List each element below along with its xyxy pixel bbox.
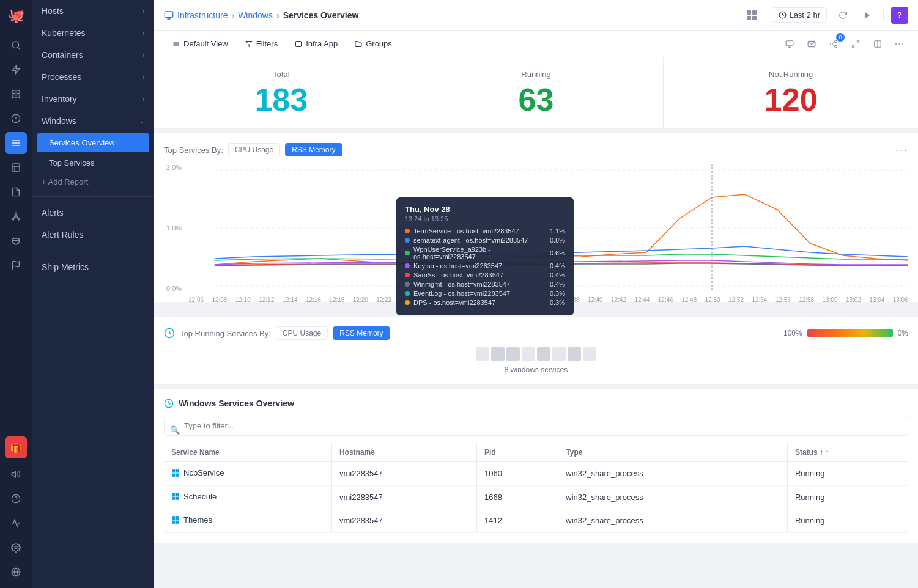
help-circle-icon-btn[interactable] xyxy=(5,488,27,510)
layout-icon-btn[interactable] xyxy=(869,35,886,53)
svg-line-34 xyxy=(832,42,835,43)
sidebar-icon-column: 🐙 🎁 xyxy=(0,0,32,588)
app-logo[interactable]: 🐙 xyxy=(5,5,27,27)
gift-icon-btn[interactable]: 🎁 xyxy=(5,436,27,458)
add-report-btn[interactable]: + Add Report xyxy=(32,172,154,191)
top-services-section: Top Services By: CPU Usage RSS Memory ··… xyxy=(154,133,918,302)
containers-chevron: › xyxy=(143,52,144,59)
inventory-chevron: › xyxy=(143,96,144,103)
col-hostname: Hostname xyxy=(331,443,476,462)
doc-icon-btn[interactable] xyxy=(5,181,27,203)
info-icon-btn[interactable] xyxy=(5,108,27,130)
main-content: Infrastructure › Windows › Services Over… xyxy=(154,0,918,588)
groups-icon xyxy=(355,40,362,48)
play-icon-btn[interactable] xyxy=(859,7,876,24)
sidebar-sub-services-overview[interactable]: Services Overview xyxy=(37,133,149,152)
windows-chevron: ⌄ xyxy=(139,118,144,125)
groups-btn[interactable]: Groups xyxy=(346,35,401,52)
tooltip-service-val: 0.4% xyxy=(550,281,565,288)
running-cpu-tab[interactable]: CPU Usage xyxy=(276,326,328,340)
default-view-icon xyxy=(172,40,180,48)
sidebar-item-hosts[interactable]: Hosts › xyxy=(32,0,154,22)
sidebar-divider-2 xyxy=(32,251,154,251)
tooltip-row: EventLog - os.host=vmi2283547 0.3% xyxy=(405,290,565,297)
tooltip-row: DPS - os.host=vmi2283547 0.3% xyxy=(405,299,565,306)
heat-cell xyxy=(491,347,505,361)
more-options-btn[interactable]: ··· xyxy=(891,35,908,53)
tooltip-dot xyxy=(405,300,410,305)
bug-icon-btn[interactable] xyxy=(5,230,27,252)
table-row[interactable]: Themes vmi2283547 1412 win32_share_proce… xyxy=(164,509,908,533)
breadcrumb-windows[interactable]: Windows xyxy=(238,10,273,20)
toolbar2-left: Default View Filters Infra App Groups xyxy=(164,35,401,52)
breadcrumb-infrastructure[interactable]: Infrastructure xyxy=(177,10,228,20)
topbar-right: Last 2 hr ? xyxy=(747,7,908,24)
table-row[interactable]: Schedule vmi2283547 1668 win32_share_pro… xyxy=(164,485,908,509)
refresh-icon-btn[interactable] xyxy=(834,7,851,24)
heat-cell xyxy=(537,347,550,361)
cpu-usage-tab[interactable]: CPU Usage xyxy=(228,143,280,156)
mail-icon-btn[interactable] xyxy=(803,35,820,53)
tooltip-service-val: 0.4% xyxy=(550,271,565,279)
col-status: Status ↑ ↑ xyxy=(787,443,908,462)
time-range-btn[interactable]: Last 2 hr xyxy=(772,7,827,23)
svg-rect-3 xyxy=(12,95,15,98)
kubernetes-chevron: › xyxy=(143,30,144,37)
tooltip-service-val: 0.4% xyxy=(550,262,565,270)
share-icon-btn[interactable]: 0 xyxy=(825,35,842,53)
sort-icon: ↑ xyxy=(825,448,829,457)
sidebar-item-ship-metrics[interactable]: Ship Metrics xyxy=(32,256,154,278)
globe-icon-btn[interactable] xyxy=(5,561,27,583)
cell-hostname: vmi2283547 xyxy=(331,485,476,509)
nodes-icon-btn[interactable] xyxy=(5,205,27,227)
windows-count: 8 windows services xyxy=(164,366,908,374)
fullscreen-icon-btn[interactable] xyxy=(847,35,864,53)
filters-btn[interactable]: Filters xyxy=(237,35,286,52)
sidebar-item-alerts[interactable]: Alerts xyxy=(32,202,154,224)
chart-options-btn[interactable]: ··· xyxy=(895,144,908,156)
content-area: Total 183 Running 63 Not Running 120 Top… xyxy=(154,57,918,588)
sidebar-item-kubernetes[interactable]: Kubernetes › xyxy=(32,22,154,44)
grid-view-icon[interactable] xyxy=(747,10,757,20)
sidebar-item-inventory[interactable]: Inventory › xyxy=(32,88,154,110)
pct-0-label: 0% xyxy=(898,329,908,337)
grid-icon-btn[interactable] xyxy=(5,83,27,105)
tooltip-service-val: 0.8% xyxy=(550,237,565,244)
megaphone-icon-btn[interactable] xyxy=(5,463,27,485)
tooltip-service-name: TermService - os.host=vmi2283547 xyxy=(413,227,550,235)
chart-icon-btn[interactable] xyxy=(5,156,27,178)
not-running-value: 120 xyxy=(676,84,906,116)
monitor-icon-btn[interactable] xyxy=(781,35,798,53)
breadcrumb-current: Services Overview xyxy=(283,10,359,20)
search-icon-btn[interactable] xyxy=(5,34,27,56)
running-title-row: Top Running Services By: CPU Usage RSS M… xyxy=(164,326,390,340)
sidebar-item-processes[interactable]: Processes › xyxy=(32,66,154,88)
default-view-btn[interactable]: Default View xyxy=(164,35,237,52)
flag-icon-btn[interactable] xyxy=(5,254,27,276)
infra-app-btn[interactable]: Infra App xyxy=(286,35,346,52)
dashboard-icon-btn[interactable] xyxy=(5,59,27,81)
sidebar-item-windows[interactable]: Windows ⌄ xyxy=(32,110,154,132)
help-btn[interactable]: ? xyxy=(891,7,908,24)
list-icon-btn[interactable] xyxy=(5,132,27,154)
sidebar-item-containers[interactable]: Containers › xyxy=(32,44,154,66)
tooltip-row: sematext-agent - os.host=vmi2283547 0.8% xyxy=(405,237,565,244)
running-header: Top Running Services By: CPU Usage RSS M… xyxy=(164,326,908,340)
sidebar-sub-top-services[interactable]: Top Services xyxy=(32,153,154,172)
analytics-icon-btn[interactable] xyxy=(5,512,27,534)
cell-pid: 1412 xyxy=(476,509,558,533)
infra-icon xyxy=(164,10,174,20)
windows-services-table-section: Windows Services Overview 🔍 Service Name… xyxy=(154,389,918,543)
sidebar-item-alert-rules[interactable]: Alert Rules xyxy=(32,224,154,246)
table-row[interactable]: NcbService vmi2283547 1060 win32_share_p… xyxy=(164,462,908,486)
svg-rect-56 xyxy=(176,520,179,523)
rss-memory-tab[interactable]: RSS Memory xyxy=(285,143,342,156)
settings-icon-btn[interactable] xyxy=(5,537,27,559)
running-rss-tab[interactable]: RSS Memory xyxy=(333,326,390,340)
chart-area: 2.0% 1.0% 0.0% xyxy=(164,164,908,292)
filter-input[interactable] xyxy=(164,416,908,436)
services-table: Service Name Hostname Pid Type Status ↑ … xyxy=(164,443,908,533)
tooltip-dot xyxy=(405,251,410,255)
sidebar-nav: Hosts › Kubernetes › Containers › Proces… xyxy=(32,0,154,588)
tooltip-dot xyxy=(405,282,410,287)
